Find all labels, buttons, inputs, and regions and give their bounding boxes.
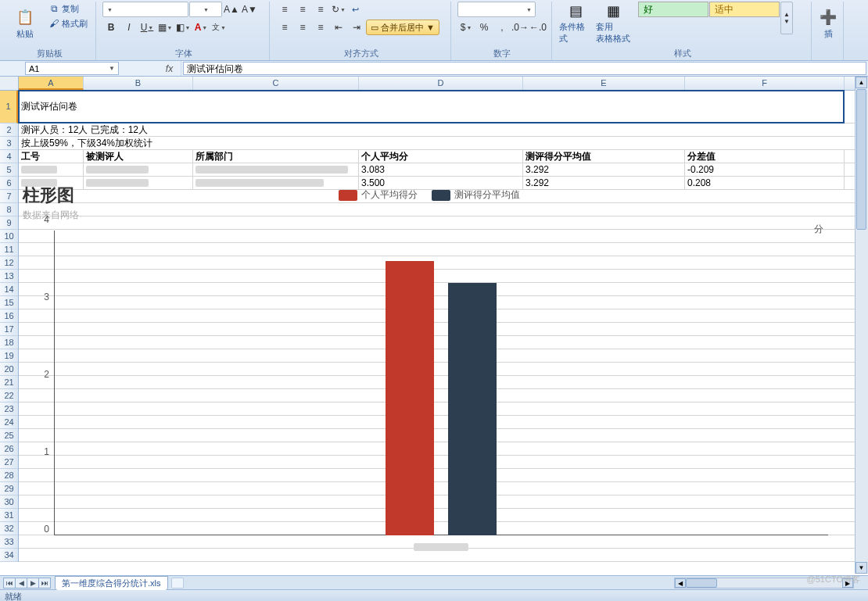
row-header[interactable]: 22 (0, 389, 18, 402)
decrease-decimal-button[interactable]: ←.0 (529, 20, 547, 35)
row-header-1[interactable]: 1 (0, 91, 18, 123)
scroll-up-button[interactable]: ▲ (855, 77, 867, 88)
row-header[interactable]: 33 (0, 535, 18, 549)
tab-next-button[interactable]: ▶ (27, 578, 39, 588)
spreadsheet-grid[interactable]: A B C D E F 1 2 3 4 5 6 7 8 9 10 11 12 1… (0, 77, 868, 575)
align-right-button[interactable]: ≡ (312, 20, 329, 35)
new-sheet-button[interactable] (171, 578, 184, 588)
row-header[interactable]: 16 (0, 309, 18, 323)
vertical-scrollbar[interactable]: ▲ ▼ (855, 77, 868, 574)
sheet-tab-active[interactable]: 第一维度综合得分统计.xls (55, 576, 168, 590)
row-header[interactable]: 19 (0, 349, 18, 363)
cell[interactable]: 3.292 (523, 163, 685, 176)
cells-area[interactable]: 测试评估问卷 测评人员：12人 已完成：12人 按上级59%，下级34%加权统计… (19, 91, 868, 575)
row-header[interactable]: 31 (0, 509, 18, 522)
paste-button[interactable]: 📋 粘贴 (8, 2, 42, 45)
row-header[interactable]: 2 (0, 123, 18, 137)
col-header-a[interactable]: A (19, 77, 84, 90)
row-header[interactable]: 20 (0, 363, 18, 376)
style-gallery-expand[interactable]: ▲▼ (780, 2, 793, 34)
row-header[interactable]: 13 (0, 270, 18, 283)
cell[interactable]: 3.083 (359, 163, 523, 176)
percent-button[interactable]: % (475, 20, 493, 35)
cell[interactable]: -0.209 (685, 163, 845, 176)
align-left-button[interactable]: ≡ (276, 20, 293, 35)
row-header[interactable]: 10 (0, 230, 18, 243)
table-format-button[interactable]: ▦ 套用 表格格式 (596, 2, 630, 45)
cell-a1-merged[interactable]: 测试评估问卷 (19, 91, 845, 123)
col-header-f[interactable]: F (685, 77, 845, 90)
col-header-d[interactable]: D (359, 77, 523, 90)
comma-button[interactable]: , (493, 20, 511, 35)
select-all-corner[interactable] (0, 77, 19, 91)
increase-indent-button[interactable]: ⇥ (348, 20, 365, 35)
cell[interactable]: 所属部门 (193, 150, 359, 163)
scroll-left-button[interactable]: ◀ (675, 578, 686, 588)
cell[interactable]: 按上级59%，下级34%加权统计 (19, 137, 845, 149)
row-header[interactable]: 34 (0, 549, 18, 562)
row-header[interactable]: 6 (0, 177, 18, 190)
cell[interactable]: 被测评人 (84, 150, 193, 163)
underline-button[interactable]: U▼ (138, 20, 156, 35)
cell[interactable] (84, 163, 193, 176)
row-header[interactable]: 30 (0, 495, 18, 509)
cell[interactable]: 测评得分平均值 (523, 150, 685, 163)
insert-button-partial[interactable]: ➕ 插 (818, 2, 838, 45)
currency-button[interactable]: $▼ (457, 20, 475, 35)
cell[interactable] (193, 163, 359, 176)
row-header[interactable]: 17 (0, 323, 18, 336)
col-header-c[interactable]: C (193, 77, 359, 90)
row-header[interactable]: 28 (0, 469, 18, 482)
row-header[interactable]: 12 (0, 256, 18, 270)
row-header[interactable]: 23 (0, 402, 18, 416)
increase-font-button[interactable]: A▲ (223, 2, 240, 17)
cell[interactable]: 个人平均分 (359, 150, 523, 163)
tab-first-button[interactable]: ⏮ (3, 578, 16, 588)
scroll-thumb[interactable] (686, 578, 717, 588)
conditional-format-button[interactable]: ▤ 条件格式 (558, 2, 593, 45)
row-header[interactable]: 27 (0, 456, 18, 469)
row-header[interactable]: 15 (0, 296, 18, 309)
row-header[interactable]: 32 (0, 522, 18, 535)
cell[interactable]: 测评人员：12人 已完成：12人 (19, 123, 845, 136)
increase-decimal-button[interactable]: .0→ (511, 20, 529, 35)
cell[interactable]: 分差值 (685, 150, 845, 163)
scroll-thumb[interactable] (856, 89, 866, 230)
font-color-button[interactable]: A▼ (192, 20, 210, 35)
embedded-chart[interactable]: 柱形图 数据来自网络 个人平均得分 测评得分平均值 分 0 1 2 3 4 (23, 184, 836, 559)
fill-color-button[interactable]: ◧▼ (174, 20, 192, 35)
align-middle-button[interactable]: ≡ (294, 2, 311, 17)
row-header[interactable]: 4 (0, 150, 18, 163)
name-box[interactable]: A1 ▼ (25, 62, 119, 75)
decrease-font-button[interactable]: A▼ (241, 2, 258, 17)
orientation-button[interactable]: ↻▼ (330, 2, 347, 17)
number-format-select[interactable]: ▼ (457, 2, 536, 17)
font-size-select[interactable]: ▼ (189, 2, 222, 17)
col-header-b[interactable]: B (84, 77, 193, 90)
copy-button[interactable]: ⧉ 复制 (45, 2, 91, 16)
cell-style-good[interactable]: 好 (638, 2, 708, 17)
row-header[interactable]: 24 (0, 416, 18, 429)
row-header[interactable]: 3 (0, 137, 18, 150)
row-header[interactable]: 9 (0, 216, 18, 230)
fx-icon[interactable]: fx (158, 61, 181, 76)
row-header[interactable]: 29 (0, 482, 18, 495)
row-header[interactable]: 18 (0, 336, 18, 349)
decrease-indent-button[interactable]: ⇤ (330, 20, 347, 35)
align-top-button[interactable]: ≡ (276, 2, 293, 17)
col-header-e[interactable]: E (523, 77, 685, 90)
cell[interactable] (19, 163, 84, 176)
italic-button[interactable]: I (120, 20, 138, 35)
cell[interactable]: 工号 (19, 150, 84, 163)
align-center-button[interactable]: ≡ (294, 20, 311, 35)
row-header[interactable]: 11 (0, 243, 18, 256)
formula-input[interactable]: 测试评估问卷 (183, 62, 866, 75)
row-header[interactable]: 21 (0, 376, 18, 389)
cell-style-neutral[interactable]: 适中 (709, 2, 780, 17)
row-header[interactable]: 8 (0, 203, 18, 216)
tab-last-button[interactable]: ⏭ (38, 578, 51, 588)
border-button[interactable]: ▦▼ (156, 20, 174, 35)
tab-prev-button[interactable]: ◀ (15, 578, 27, 588)
phonetic-button[interactable]: 文▼ (210, 20, 228, 35)
format-painter-button[interactable]: 🖌 格式刷 (45, 16, 91, 30)
